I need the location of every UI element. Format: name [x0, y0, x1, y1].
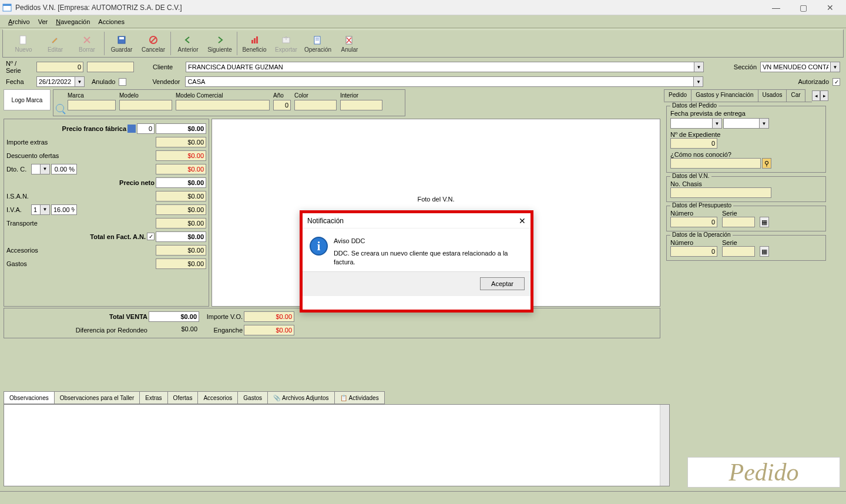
- calc-icon[interactable]: [127, 125, 136, 133]
- dtoc-value[interactable]: [156, 164, 206, 174]
- maximize-button[interactable]: ▢: [790, 0, 817, 15]
- btab-accesorios[interactable]: Accesorios: [197, 391, 238, 404]
- iva-combo[interactable]: [31, 204, 41, 215]
- toolbar-borrar: Borrar: [71, 31, 103, 56]
- svg-rect-1: [3, 4, 11, 6]
- pres-serie-input[interactable]: [722, 217, 755, 227]
- btab-actividades[interactable]: 📋Actividades: [334, 391, 385, 404]
- pres-serie-label: Serie: [722, 210, 755, 217]
- dtoc-dropdown[interactable]: ▼: [41, 164, 50, 174]
- dialog-accept-button[interactable]: Aceptar: [480, 277, 525, 290]
- toolbar-beneficio[interactable]: Beneficio: [239, 31, 270, 56]
- modelocom-input[interactable]: [176, 100, 270, 110]
- franco-value[interactable]: [156, 123, 206, 134]
- impvo-label: Importe V.O.: [200, 313, 243, 320]
- isan-label: I.S.A.N.: [6, 193, 155, 200]
- rtab-gastos[interactable]: Gastos y Financiación: [691, 89, 758, 102]
- serie-input[interactable]: [87, 62, 134, 72]
- minimize-button[interactable]: —: [763, 0, 790, 15]
- rtab-car[interactable]: Car: [786, 89, 805, 102]
- eng-value[interactable]: [244, 325, 294, 335]
- iva-pct[interactable]: [51, 204, 77, 215]
- tab-next[interactable]: ▸: [820, 90, 828, 101]
- fechaprev-dd[interactable]: ▼: [713, 118, 722, 129]
- dialog-close-button[interactable]: ✕: [519, 216, 526, 226]
- svg-rect-9: [256, 36, 258, 43]
- dtoc-combo[interactable]: [31, 164, 41, 174]
- dialog-body: DDC. Se creara un nuevo cliente que esta…: [334, 249, 523, 267]
- menu-acciones[interactable]: Acciones: [95, 17, 128, 26]
- op-numero-input[interactable]: [670, 246, 717, 257]
- app-icon: [2, 3, 12, 12]
- rtab-usados[interactable]: Usados: [758, 89, 787, 102]
- conocio-input[interactable]: [670, 158, 761, 169]
- dtoc-pct[interactable]: [51, 164, 77, 174]
- transp-value[interactable]: [156, 218, 206, 229]
- marca-input[interactable]: [68, 100, 116, 110]
- toolbar-operacion[interactable]: Operación: [302, 31, 334, 56]
- cliente-combo[interactable]: [186, 62, 694, 72]
- bottom-tab-content[interactable]: [4, 404, 670, 486]
- btab-gastos[interactable]: Gastos: [237, 391, 268, 404]
- menu-archivo[interactable]: Archivo: [5, 17, 33, 26]
- close-button[interactable]: ✕: [817, 0, 844, 15]
- franco-qty[interactable]: [137, 123, 155, 134]
- modelo-input[interactable]: [119, 100, 172, 110]
- seccion-combo[interactable]: [760, 62, 831, 72]
- color-input[interactable]: [294, 100, 337, 110]
- chasis-input[interactable]: [670, 187, 771, 198]
- pedido-watermark: Pedido: [687, 457, 840, 488]
- toolbar-anterior[interactable]: Anterior: [172, 31, 204, 56]
- search-icon[interactable]: [56, 104, 64, 112]
- iva-dropdown[interactable]: ▼: [41, 204, 50, 215]
- acc-value[interactable]: [156, 245, 206, 256]
- toolbar-siguiente[interactable]: Siguiente: [204, 31, 236, 56]
- autorizado-checkbox[interactable]: [832, 78, 840, 86]
- btab-observaciones[interactable]: Observaciones: [4, 391, 55, 404]
- vendedor-dropdown-button[interactable]: ▼: [694, 76, 703, 87]
- totfact-checkbox[interactable]: [147, 233, 155, 240]
- anulado-checkbox[interactable]: [119, 78, 126, 86]
- gastos-value[interactable]: [156, 258, 206, 269]
- btab-extras[interactable]: Extras: [139, 391, 167, 404]
- toolbar-guardar[interactable]: Guardar: [106, 31, 137, 56]
- op-lookup-icon[interactable]: ▦: [760, 246, 769, 257]
- tab-prev[interactable]: ◂: [812, 90, 820, 101]
- iva-value[interactable]: [156, 204, 206, 215]
- seccion-dropdown-button[interactable]: ▼: [831, 62, 840, 72]
- fechaprev-input[interactable]: [670, 118, 713, 129]
- interior-label: Interior: [340, 92, 382, 99]
- btab-adjuntos[interactable]: 📎Archivos Adjuntos: [267, 391, 335, 404]
- vendedor-combo[interactable]: [185, 76, 694, 87]
- grp-datos-presupuesto: Datos del Presupuesto Número Serie ▦: [666, 206, 826, 231]
- fechaprev2-dd[interactable]: ▼: [760, 118, 769, 129]
- autorizado-label: Autorizado: [798, 78, 829, 85]
- impvo-value[interactable]: [244, 311, 294, 322]
- cliente-dropdown-button[interactable]: ▼: [694, 62, 704, 72]
- toolbar-nuevo: Nuevo: [8, 31, 39, 56]
- menu-ver[interactable]: Ver: [35, 17, 52, 26]
- pres-numero-input[interactable]: [670, 217, 717, 227]
- dtoc-label: Dto. C.: [6, 166, 30, 173]
- op-serie-input[interactable]: [722, 246, 755, 257]
- fecha-dropdown-button[interactable]: ▼: [75, 76, 85, 87]
- pres-lookup-icon[interactable]: ▦: [760, 217, 769, 227]
- rtab-pedido[interactable]: Pedido: [664, 89, 691, 102]
- fecha-input[interactable]: [36, 76, 75, 87]
- fechaprev2-input[interactable]: [723, 118, 760, 129]
- nserie-input[interactable]: [36, 62, 83, 72]
- nexp-input[interactable]: [670, 138, 717, 149]
- btab-obs-taller[interactable]: Observaciones para el Taller: [54, 391, 140, 404]
- isan-value[interactable]: [156, 191, 206, 201]
- scrollbar[interactable]: [660, 405, 669, 486]
- eng-label: Enganche: [200, 327, 243, 334]
- ano-input[interactable]: [273, 100, 291, 110]
- extras-value[interactable]: [156, 137, 206, 147]
- toolbar-cancelar[interactable]: Cancelar: [137, 31, 169, 56]
- toolbar-anular[interactable]: Anular: [334, 31, 365, 56]
- menu-navegacion[interactable]: Navegación: [52, 17, 93, 26]
- descof-value[interactable]: [156, 150, 206, 161]
- conocio-lookup-icon[interactable]: ⚲: [762, 158, 771, 169]
- interior-input[interactable]: [340, 100, 382, 110]
- btab-ofertas[interactable]: Ofertas: [167, 391, 199, 404]
